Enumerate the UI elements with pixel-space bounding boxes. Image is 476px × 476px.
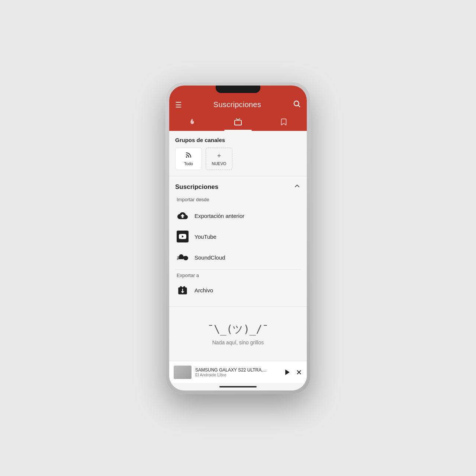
svg-rect-2 <box>235 120 241 125</box>
rss-icon <box>185 152 192 160</box>
svg-point-3 <box>186 157 187 158</box>
play-button[interactable] <box>284 369 291 376</box>
page-title: Suscripciones <box>213 100 261 109</box>
channel-groups-title: Grupos de canales <box>175 137 301 143</box>
mini-player[interactable]: SAMSUNG GALAXY S22 ULTRA,... El Androide… <box>169 361 307 383</box>
content-area: Grupos de canales Todo + <box>169 131 307 361</box>
channel-buttons-row: Todo + NUEVO <box>175 148 301 170</box>
fire-icon <box>188 118 196 128</box>
phone-screen: ☰ Suscripciones <box>169 86 307 390</box>
export-anterior-item[interactable]: Exportación anterior <box>175 205 301 226</box>
svg-marker-5 <box>285 369 290 375</box>
subscriptions-section: Suscripciones Importar desde <box>169 176 307 307</box>
tv-icon <box>234 118 242 128</box>
youtube-item[interactable]: YouTube <box>175 226 301 247</box>
todo-label: Todo <box>184 161 193 166</box>
archivo-item[interactable]: Archivo <box>175 280 301 300</box>
nuevo-button[interactable]: + NUEVO <box>206 148 232 170</box>
subscriptions-header: Suscripciones <box>175 182 301 192</box>
status-bar <box>169 86 307 96</box>
svg-line-1 <box>298 105 300 107</box>
export-anterior-label: Exportación anterior <box>194 213 244 219</box>
divider <box>175 269 301 270</box>
app-header: ☰ Suscripciones <box>169 96 307 113</box>
mini-player-channel: El Androide Libre <box>195 373 280 377</box>
tab-fire[interactable] <box>169 113 215 131</box>
search-icon[interactable] <box>293 100 301 110</box>
soundcloud-icon <box>177 251 189 263</box>
channel-groups-section: Grupos de canales Todo + <box>169 131 307 176</box>
youtube-icon <box>177 231 189 242</box>
close-button[interactable] <box>296 369 302 376</box>
mini-player-info: SAMSUNG GALAXY S22 ULTRA,... El Androide… <box>195 367 280 377</box>
tab-tv[interactable] <box>215 113 261 131</box>
todo-button[interactable]: Todo <box>175 148 202 170</box>
nuevo-label: NUEVO <box>212 161 226 166</box>
chevron-up-icon[interactable] <box>293 182 301 192</box>
soundcloud-label: SoundCloud <box>194 254 225 261</box>
upload-icon <box>177 210 189 222</box>
mini-player-controls <box>284 369 302 376</box>
mini-player-thumbnail <box>174 366 192 379</box>
plus-icon: + <box>217 152 221 160</box>
tab-bar <box>169 113 307 131</box>
empty-text: Nada aquí, sino grillos <box>212 340 264 345</box>
archivo-icon <box>177 284 189 296</box>
mini-player-title: SAMSUNG GALAXY S22 ULTRA,... <box>195 367 280 373</box>
import-label: Importar desde <box>175 197 301 202</box>
home-indicator <box>219 386 257 387</box>
youtube-label: YouTube <box>194 234 216 240</box>
empty-state: ¯\_(ツ)_/¯ Nada aquí, sino grillos <box>169 307 307 361</box>
home-indicator-bar <box>169 383 307 390</box>
soundcloud-item[interactable]: SoundCloud <box>175 247 301 268</box>
phone-frame: ☰ Suscripciones <box>165 82 311 394</box>
subscriptions-title: Suscripciones <box>175 183 218 191</box>
tab-bookmark[interactable] <box>261 113 307 131</box>
bookmark-icon <box>280 118 288 128</box>
svg-point-4 <box>183 256 188 260</box>
notch <box>216 86 260 93</box>
menu-icon[interactable]: ☰ <box>175 100 182 109</box>
shrug-emoticon: ¯\_(ツ)_/¯ <box>208 322 268 337</box>
archivo-label: Archivo <box>194 287 213 293</box>
export-label: Exportar a <box>177 273 299 278</box>
